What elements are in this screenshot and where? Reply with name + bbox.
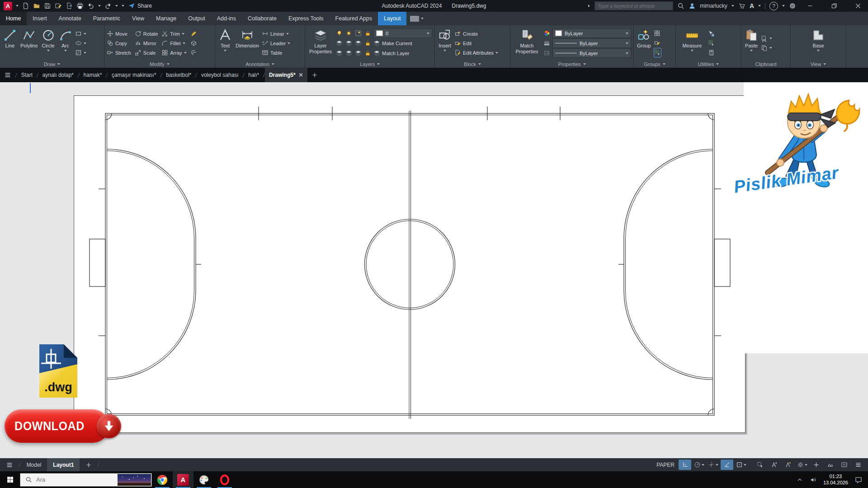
futsal-court-drawing[interactable]	[0, 82, 868, 458]
measure-button[interactable]: Measure	[678, 28, 706, 52]
layer-thaw-icon[interactable]	[345, 29, 353, 37]
open-file-icon[interactable]	[33, 2, 40, 9]
minimize-button[interactable]	[800, 0, 820, 12]
isometric-drafting-toggle[interactable]	[721, 460, 733, 470]
file-tab-hamak[interactable]: hamak*	[80, 68, 106, 82]
save-as-icon[interactable]	[55, 2, 62, 9]
paste-button[interactable]: Paste	[744, 28, 759, 52]
tab-addins[interactable]: Add-ins	[211, 12, 242, 25]
insert-button[interactable]: Insert	[437, 28, 453, 52]
ribbon-display-toggle[interactable]	[406, 12, 427, 25]
new-file-icon[interactable]	[22, 2, 29, 9]
group-selection-toggle[interactable]	[654, 48, 661, 57]
app-store-cart-icon[interactable]	[738, 2, 745, 9]
feedback-icon[interactable]	[789, 2, 796, 9]
redo-icon[interactable]	[104, 2, 112, 9]
volume-icon[interactable]	[810, 476, 817, 483]
help-icon[interactable]: ?	[769, 2, 778, 10]
tab-collaborate[interactable]: Collaborate	[242, 12, 283, 25]
layer-lock2-icon[interactable]	[364, 39, 372, 47]
tab-layout[interactable]: Layout	[378, 12, 407, 25]
text-button[interactable]: Text	[217, 28, 233, 52]
tab-featured-apps[interactable]: Featured Apps	[330, 12, 378, 25]
select-similar-button[interactable]	[708, 39, 715, 47]
linear-button[interactable]: Linear	[262, 29, 290, 38]
drawing-canvas[interactable]: Pislik Mimar .dwg DOWNLOAD	[0, 82, 868, 458]
file-tabs-menu-icon[interactable]	[0, 68, 15, 82]
object-snap-tracking-toggle[interactable]	[707, 460, 719, 470]
tab-parametric[interactable]: Parametric	[87, 12, 126, 25]
lineweight-dropdown[interactable]: ByLayer	[552, 38, 631, 48]
circle-button[interactable]: Circle	[41, 28, 56, 52]
layer-unisolate-icon[interactable]	[345, 49, 353, 57]
print-icon[interactable]	[76, 2, 84, 9]
user-caret-icon[interactable]	[731, 5, 734, 7]
help-search-input[interactable]	[598, 3, 670, 9]
panel-annotation-title[interactable]: Annotation	[215, 60, 305, 68]
autoscale-annotation-toggle[interactable]	[782, 460, 794, 470]
customize-caret-icon[interactable]	[122, 5, 124, 7]
panel-draw-title[interactable]: Draw	[0, 60, 104, 68]
file-tab-start[interactable]: Start	[17, 68, 37, 82]
close-button[interactable]	[848, 0, 868, 12]
layer-lock-icon[interactable]	[364, 29, 372, 37]
help-search-box[interactable]	[594, 1, 673, 10]
edit-attributes-button[interactable]: Edit Attributes	[454, 48, 498, 57]
download-button[interactable]: DOWNLOAD	[5, 409, 109, 443]
block-edit-button[interactable]: Edit	[454, 39, 498, 47]
rotate-button[interactable]: Rotate	[135, 29, 158, 38]
erase-button[interactable]	[190, 29, 197, 38]
fillet-button[interactable]: Fillet	[161, 39, 186, 47]
tray-chevron-icon[interactable]	[796, 476, 803, 483]
workspace-switching-icon[interactable]	[796, 460, 808, 470]
layer-on-icon[interactable]	[335, 29, 343, 37]
layer-thaw-all-icon[interactable]	[354, 49, 362, 57]
hatch-button[interactable]	[75, 48, 86, 57]
clean-screen-icon[interactable]	[838, 460, 850, 470]
restore-button[interactable]	[824, 0, 844, 12]
search-daily-image[interactable]	[118, 474, 151, 486]
layer-on2-icon[interactable]	[335, 49, 343, 57]
quick-select-button[interactable]	[708, 29, 715, 38]
save-icon[interactable]	[44, 2, 51, 9]
username[interactable]: mimarlucky	[700, 3, 727, 9]
panel-utilities-title[interactable]: Utilities	[676, 60, 741, 68]
user-avatar-icon[interactable]	[689, 2, 696, 9]
cut-button[interactable]	[761, 34, 772, 43]
linetype-dropdown[interactable]: ByLayer	[552, 48, 631, 58]
taskbar-search-input[interactable]	[36, 476, 95, 483]
tray-settings-icon[interactable]	[824, 460, 836, 470]
annotation-visibility-toggle[interactable]	[768, 460, 780, 470]
panel-block-title[interactable]: Block	[435, 60, 510, 68]
tab-view[interactable]: View	[126, 12, 150, 25]
arc-button[interactable]: Arc	[58, 28, 73, 52]
search-collapse-icon[interactable]	[588, 5, 590, 7]
offset-button[interactable]	[190, 48, 197, 57]
layer-off-icon[interactable]	[335, 39, 343, 47]
annotation-scale-add-icon[interactable]	[810, 460, 822, 470]
model-tab[interactable]: Model	[21, 458, 47, 471]
panel-modify-title[interactable]: Modify	[104, 60, 215, 68]
ungroup-button[interactable]	[654, 29, 661, 38]
object-color-dropdown[interactable]: ByLayer	[552, 28, 631, 38]
file-tab-basketbol[interactable]: basketbol*	[162, 68, 195, 82]
file-tab-voleybol-sahasi[interactable]: voleybol sahası	[197, 68, 243, 82]
panel-properties-title[interactable]: Properties	[510, 60, 633, 68]
stretch-button[interactable]: Stretch	[107, 48, 131, 57]
taskbar-clock[interactable]: 01:23 13.04.2026	[823, 474, 848, 486]
line-button[interactable]: Line	[2, 28, 18, 49]
layout-tabs-menu-icon[interactable]	[0, 458, 19, 471]
autodesk-caret-icon[interactable]	[758, 5, 761, 7]
copy-button[interactable]: Copy	[107, 39, 131, 47]
base-button[interactable]: Base	[811, 28, 826, 52]
search-icon[interactable]	[677, 2, 684, 9]
autodesk-a-icon[interactable]: A	[750, 2, 754, 9]
ellipse-button[interactable]	[75, 39, 86, 47]
layout1-tab[interactable]: Layout1	[47, 458, 80, 471]
new-drawing-button[interactable]	[307, 68, 322, 82]
block-create-button[interactable]: Create	[454, 29, 498, 38]
dimension-button[interactable]: Dimension	[235, 28, 260, 49]
selection-cycling-toggle[interactable]	[754, 460, 766, 470]
rectangle-button[interactable]	[75, 29, 86, 38]
paper-model-toggle[interactable]: PAPER	[656, 462, 675, 468]
